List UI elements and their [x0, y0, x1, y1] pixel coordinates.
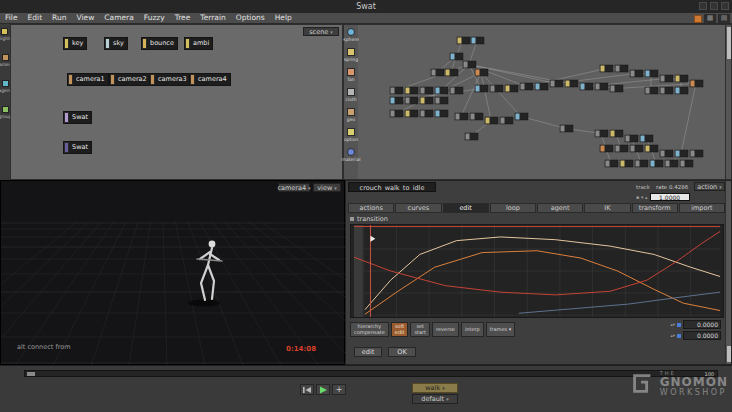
brain-tool-geo[interactable]: geo: [347, 108, 355, 122]
agent-character[interactable]: [1, 181, 346, 366]
viewport-view-selector[interactable]: view ▾: [313, 183, 341, 192]
brain-node[interactable]: [445, 69, 458, 76]
brain-node[interactable]: [463, 61, 476, 68]
action-name-field[interactable]: crouch_walk_to_idle: [348, 182, 436, 192]
scene-view-selector[interactable]: scene ▾: [303, 27, 339, 36]
brain-node[interactable]: [615, 145, 628, 152]
tray-layout-icon[interactable]: ▤: [718, 14, 730, 23]
timeline-handle[interactable]: [27, 372, 35, 376]
brain-node[interactable]: [390, 87, 403, 94]
brain-node[interactable]: [645, 87, 658, 94]
brain-node[interactable]: [610, 85, 623, 92]
brain-node[interactable]: [465, 133, 478, 140]
menu-file[interactable]: File: [0, 13, 23, 23]
add-keyframe-button[interactable]: +: [332, 384, 346, 395]
brain-node[interactable]: [645, 70, 658, 77]
brain-tool-fan[interactable]: fan: [347, 68, 355, 82]
brain-node[interactable]: [680, 160, 693, 167]
brain-node-graph[interactable]: [358, 25, 727, 179]
brain-node[interactable]: [435, 87, 448, 94]
brain-node[interactable]: [471, 37, 484, 44]
menu-view[interactable]: View: [71, 13, 99, 23]
button-reverse[interactable]: reverse: [432, 322, 459, 337]
brain-node[interactable]: [660, 75, 673, 82]
menu-camera[interactable]: Camera: [99, 13, 138, 23]
scene-node-key[interactable]: key: [63, 37, 87, 50]
brain-node[interactable]: [455, 113, 468, 120]
brain-node[interactable]: [660, 150, 673, 157]
brain-node[interactable]: [625, 135, 638, 142]
brain-node[interactable]: [565, 80, 578, 87]
channel-row[interactable]: transition: [350, 215, 388, 223]
brain-node[interactable]: [620, 160, 633, 167]
action-editor-scrollbar[interactable]: [725, 181, 731, 364]
value-field-1[interactable]: 0.0000: [683, 320, 721, 329]
brain-node[interactable]: [690, 150, 703, 157]
brain-node[interactable]: [665, 160, 678, 167]
brain-node[interactable]: [560, 125, 573, 132]
tray-color-swatch-icon[interactable]: [694, 15, 702, 23]
menu-tree[interactable]: Tree: [170, 13, 196, 23]
brain-node[interactable]: [630, 145, 643, 152]
brain-node[interactable]: [475, 85, 488, 92]
ok-button[interactable]: OK: [388, 347, 416, 357]
brain-node[interactable]: [600, 65, 613, 72]
brain-node[interactable]: [420, 110, 433, 117]
clip-selector[interactable]: walk ▾: [412, 383, 458, 393]
menu-terrain[interactable]: Terrain: [195, 13, 230, 23]
play-button[interactable]: [316, 384, 330, 395]
brain-node[interactable]: [435, 97, 448, 104]
brain-node[interactable]: [595, 83, 608, 90]
brain-node[interactable]: [630, 70, 643, 77]
menu-run[interactable]: Run: [47, 13, 71, 23]
brain-node[interactable]: [405, 110, 418, 117]
brain-node[interactable]: [600, 145, 613, 152]
button-set-start[interactable]: set start: [410, 322, 430, 337]
brain-node[interactable]: [580, 83, 593, 90]
action-editor-scrollbar-thumb[interactable]: [727, 346, 731, 362]
brain-node[interactable]: [615, 65, 628, 72]
viewport-3d[interactable]: camera4 ▾ view ▾ alt connect from 0:14:0…: [0, 180, 345, 365]
brain-node[interactable]: [470, 113, 483, 120]
brain-node[interactable]: [457, 37, 470, 44]
brain-node[interactable]: [520, 83, 533, 90]
brain-node[interactable]: [390, 97, 403, 104]
scene-node-camera3[interactable]: camera3: [149, 73, 191, 86]
menu-help[interactable]: Help: [270, 13, 297, 23]
layer-selector[interactable]: default ▾: [412, 394, 458, 404]
brain-tool-sphere[interactable]: sphere: [343, 28, 358, 42]
tab-agent[interactable]: agent: [537, 203, 583, 213]
brain-node[interactable]: [500, 117, 513, 124]
value-stepper-icon[interactable]: ▴▾: [670, 322, 675, 327]
brain-node[interactable]: [675, 87, 688, 94]
skip-to-start-button[interactable]: [300, 384, 314, 395]
tab-ik[interactable]: IK: [584, 203, 630, 213]
value-field-2[interactable]: 0.0000: [683, 331, 721, 340]
scene-node-sky[interactable]: sky: [104, 37, 128, 50]
brain-node[interactable]: [420, 87, 433, 94]
brain-node[interactable]: [640, 135, 653, 142]
tab-actions[interactable]: actions: [348, 203, 394, 213]
brain-node[interactable]: [660, 87, 673, 94]
brain-node[interactable]: [675, 150, 688, 157]
action-dropdown[interactable]: action ▾: [694, 182, 725, 191]
window-maximize-button[interactable]: [710, 2, 718, 10]
button-hierarchy-compensate[interactable]: hierarchy compensate: [350, 322, 389, 337]
curve-editor[interactable]: [350, 224, 724, 318]
scene-node-camera2[interactable]: camera2: [109, 73, 151, 86]
tray-grid-icon[interactable]: ▦: [704, 14, 716, 23]
brain-node[interactable]: [420, 97, 433, 104]
scene-node-camera4[interactable]: camera4: [189, 73, 231, 86]
brain-node[interactable]: [431, 69, 444, 76]
brain-node[interactable]: [405, 97, 418, 104]
brain-node[interactable]: [550, 80, 563, 87]
brain-node[interactable]: [405, 87, 418, 94]
tab-curves[interactable]: curves: [395, 203, 441, 213]
window-close-button[interactable]: [721, 2, 729, 10]
brain-node[interactable]: [515, 113, 528, 120]
viewport-camera-selector[interactable]: camera4 ▾: [278, 183, 310, 192]
scale-value-field[interactable]: 1.0000: [650, 193, 690, 201]
brain-node[interactable]: [690, 80, 703, 87]
scene-node-swat[interactable]: Swat: [63, 141, 92, 154]
edit-button[interactable]: edit: [354, 347, 382, 357]
